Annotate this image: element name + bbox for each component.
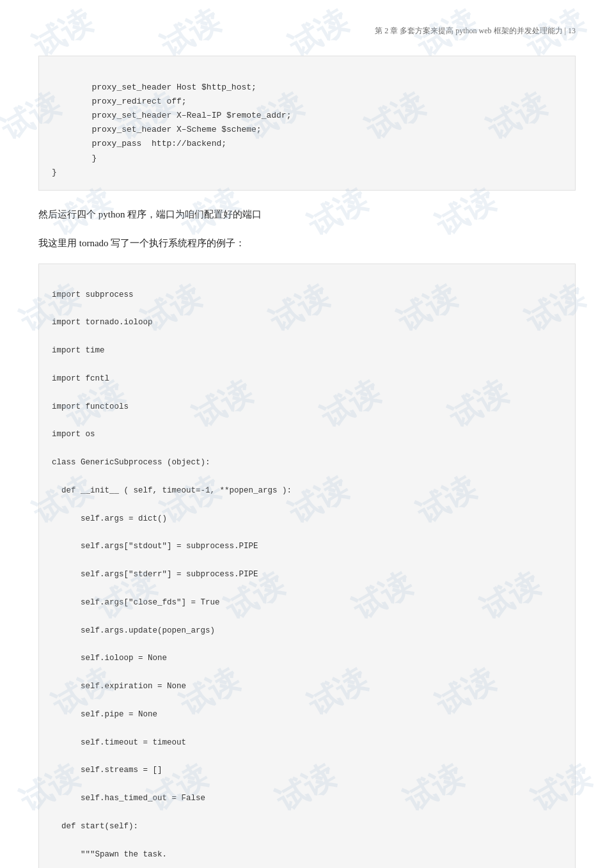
- code-line-11: self.args["stderr"] = subprocess.PIPE: [52, 568, 562, 582]
- code-line-5: import functools: [52, 400, 562, 414]
- prose1-text: 然后运行四个 python 程序，端口为咱们配置好的端口: [38, 209, 262, 219]
- code-line-2: import tornado.ioloop: [52, 316, 562, 330]
- prose2-text: 我这里用 tornado 写了一个执行系统程序的例子：: [38, 238, 245, 248]
- nginx-code-block: proxy_set_header Host $http_host; proxy_…: [38, 56, 576, 191]
- code-line-14: self.ioloop = None: [52, 652, 562, 666]
- code-line-16: self.pipe = None: [52, 708, 562, 722]
- code-line-8: def __init__ ( self, timeout=-1, **popen…: [52, 484, 562, 498]
- code-line-10: self.args["stdout"] = subprocess.PIPE: [52, 540, 562, 554]
- code-line-9: self.args = dict(): [52, 512, 562, 526]
- code-line-1: import subprocess: [52, 288, 562, 303]
- code-line-19: self.has_timed_out = False: [52, 792, 562, 806]
- code-line-4: import fcntl: [52, 372, 562, 386]
- code-line-12: self.args["close_fds"] = True: [52, 596, 562, 610]
- prose-text-1: 然后运行四个 python 程序，端口为咱们配置好的端口: [38, 206, 576, 223]
- code-line-3: import time: [52, 344, 562, 358]
- page-header: 第 2 章 多套方案来提高 python web 框架的并发处理能力 | 13: [38, 26, 576, 36]
- code-line-13: self.args.update(popen_args): [52, 624, 562, 638]
- code-line-15: self.expiration = None: [52, 680, 562, 694]
- code-line-21: """Spawn the task.: [52, 848, 562, 862]
- code-line-7: class GenericSubprocess (object):: [52, 456, 562, 470]
- header-text: 第 2 章 多套方案来提高 python web 框架的并发处理能力 | 13: [375, 26, 576, 35]
- prose-text-2: 我这里用 tornado 写了一个执行系统程序的例子：: [38, 235, 576, 252]
- code-line-6: import os: [52, 428, 562, 442]
- code-line-17: self.timeout = timeout: [52, 736, 562, 750]
- main-code-block: import subprocess import tornado.ioloop …: [38, 264, 576, 868]
- code-line-20: def start(self):: [52, 820, 562, 834]
- code-line-18: self.streams = []: [52, 764, 562, 778]
